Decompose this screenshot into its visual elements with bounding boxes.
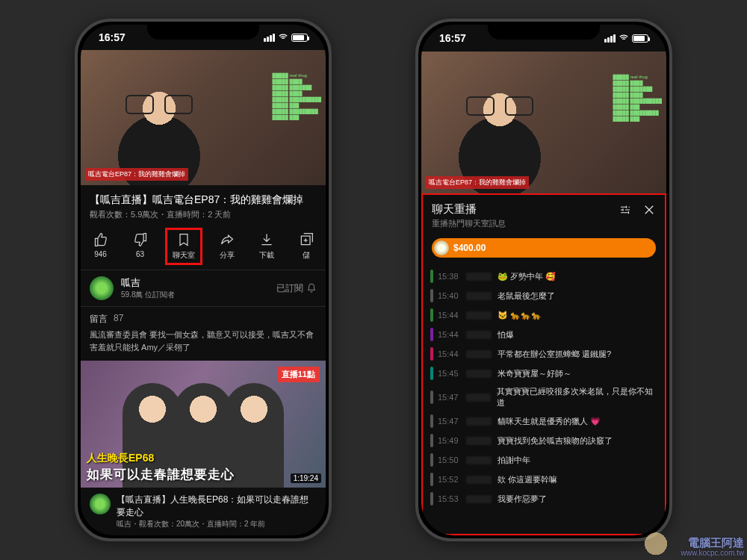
video-title[interactable]: 【呱吉直播】呱吉電台EP87：我的雞雞會爛掉 (90, 193, 317, 207)
superchat-chip[interactable]: $400.00 (432, 238, 656, 258)
chat-message: 15:44🐱 🐆🐆🐆 (430, 305, 657, 325)
download-button[interactable]: 下載 (255, 231, 279, 262)
channel-row[interactable]: 呱吉 59.8萬 位訂閱者 已訂閱 (81, 270, 326, 307)
subscribed-button[interactable]: 已訂閱 (276, 282, 317, 295)
close-icon[interactable] (642, 203, 656, 217)
thumb-title: 如果可以走春誰想要走心 (87, 466, 235, 483)
stream-chat-overlay: █████ real thug█████ █████████ █████████… (273, 72, 321, 120)
duration-badge: 1:19:24 (291, 473, 321, 483)
tune-icon[interactable] (619, 203, 632, 217)
watermark-mascot (639, 532, 672, 559)
stream-chat-overlay: █████ real thug█████ █████████ █████████… (613, 74, 662, 122)
chat-message: 15:49寶寶找到免於呱吉狼吻的訣竅了 (430, 431, 657, 450)
notch (488, 22, 600, 40)
channel-name: 呱吉 (121, 276, 269, 290)
chat-title: 聊天重播 (432, 202, 477, 217)
next-title: 【呱吉直播】人生晚長EP68：如果可以走春誰想要走心 (117, 494, 317, 519)
chat-message: 15:53我要作惡夢了 (430, 489, 657, 508)
bookmark-icon (176, 232, 191, 247)
chat-subtitle: 重播熱門聊天室訊息 (423, 218, 665, 235)
thumbs-down-icon (133, 232, 148, 247)
chat-message: 15:44怕爆 (430, 325, 657, 344)
channel-avatar[interactable] (90, 276, 114, 300)
live-badge: 直播11點 (277, 367, 320, 382)
chat-message: 15:50拍謝中年 (430, 450, 657, 470)
signal-icon (604, 34, 616, 43)
comments-header[interactable]: 留言 87 (81, 307, 326, 329)
notch (147, 22, 259, 40)
chat-message: 15:40老鼠最後怎麼了 (430, 286, 657, 305)
battery-icon (632, 34, 648, 43)
phone-left: 16:57 █████ real thug█████ █████████ ███… (75, 19, 332, 541)
next-channel-avatar[interactable] (90, 494, 111, 514)
watermark: 電腦王阿達 www.kocpc.com.tw (681, 537, 744, 558)
thumbs-up-icon (93, 232, 108, 247)
video-lower-third: 呱吉電台EP87：我的雞雞會爛掉 (426, 176, 529, 189)
share-button[interactable]: 分享 (215, 231, 239, 262)
download-icon (259, 232, 274, 247)
channel-subs: 59.8萬 位訂閱者 (121, 290, 269, 300)
chat-message: 15:44平常都在辦公室抓蟑螂 還鐵腿? (430, 344, 657, 364)
wifi-icon (619, 33, 629, 43)
next-stats: 呱吉・觀看次數：20萬次・直播時間：2 年前 (117, 519, 317, 529)
share-icon (220, 232, 235, 247)
episode-tag: 人生晚長EP68 (87, 452, 154, 465)
next-video[interactable]: 直播11點 人生晚長EP68 如果可以走春誰想要走心 1:19:24 【呱吉直播… (81, 361, 326, 535)
signal-icon (264, 34, 275, 42)
chat-message: 15:47貓咪天生就是優秀的獵人 💗 (430, 411, 657, 431)
video-lower-third: 呱吉電台EP87：我的雞雞會爛掉 (85, 168, 188, 181)
library-add-icon (299, 232, 314, 247)
status-time: 16:57 (99, 31, 125, 43)
status-time: 16:57 (439, 32, 466, 44)
action-bar: 946 63 聊天室 分享 下載 儲 (81, 225, 326, 270)
chat-list[interactable]: 15:38🐸 歹勢中年 🥰15:40老鼠最後怎麼了15:44🐱 🐆🐆🐆15:44… (423, 264, 665, 534)
chat-message: 15:47其實寶寶已經咬很多次米老鼠，只是你不知道 (430, 383, 657, 411)
battery-icon (291, 34, 308, 42)
video-stats: 觀看次數：5.9萬次・直播時間：2 天前 (90, 209, 317, 220)
like-button[interactable]: 946 (89, 231, 113, 262)
video-player[interactable]: █████ real thug█████ █████████ █████████… (81, 50, 326, 184)
superchat-avatar (434, 240, 449, 255)
phone-right: 16:57 █████ real thug█████ █████████ ███… (415, 19, 672, 541)
chat-message: 15:38🐸 歹勢中年 🥰 (430, 267, 657, 286)
top-comment[interactable]: 風流審查委員會 要找一個女森，聽意又可以接受，呱吉又不會害羞就只能找 Amy／采… (81, 329, 326, 361)
chatroom-button[interactable]: 聊天室 (168, 231, 199, 262)
chat-replay-panel: 聊天重播 重播熱門聊天室訊息 $400.00 15:38🐸 歹勢中年 🥰15:4… (421, 193, 666, 535)
chat-message: 15:45米奇寶寶屋～好師～ (430, 364, 657, 383)
chat-message: 15:52欸 你這週要幹嘛 (430, 470, 657, 489)
video-meta: 【呱吉直播】呱吉電台EP87：我的雞雞會爛掉 觀看次數：5.9萬次・直播時間：2… (81, 185, 326, 225)
video-player[interactable]: █████ real thug█████ █████████ █████████… (421, 52, 666, 193)
bell-icon (306, 283, 317, 293)
dislike-button[interactable]: 63 (128, 231, 152, 262)
save-button[interactable]: 儲 (294, 231, 318, 262)
wifi-icon (278, 32, 288, 43)
